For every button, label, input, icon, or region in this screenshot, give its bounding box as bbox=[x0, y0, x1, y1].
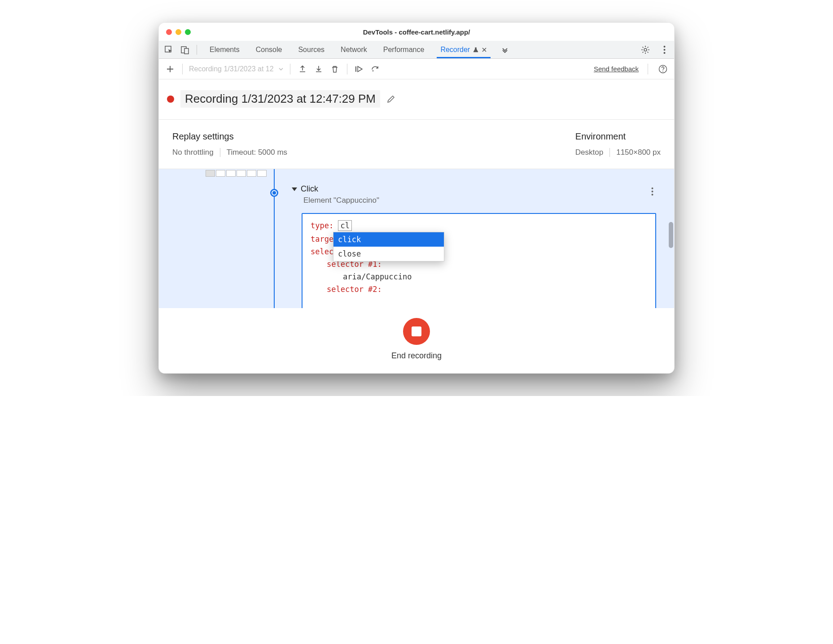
svg-point-10 bbox=[662, 70, 663, 71]
inspect-icon[interactable] bbox=[162, 44, 175, 56]
thumbnail[interactable] bbox=[257, 170, 267, 177]
titlebar: DevTools - coffee-cart.netlify.app/ bbox=[159, 23, 674, 41]
svg-point-13 bbox=[652, 194, 653, 196]
flask-icon bbox=[473, 47, 479, 53]
replay-settings-heading: Replay settings bbox=[172, 131, 287, 142]
type-autocomplete-dropdown: click close bbox=[333, 232, 444, 261]
add-recording-icon[interactable] bbox=[164, 63, 176, 75]
separator bbox=[648, 64, 648, 74]
end-recording-area: End recording bbox=[159, 308, 674, 373]
tab-network[interactable]: Network bbox=[339, 42, 369, 57]
type-key: type bbox=[311, 221, 329, 230]
end-recording-button[interactable] bbox=[403, 318, 430, 345]
tab-recorder-label: Recorder bbox=[440, 46, 470, 54]
panel-tabs: Elements Console Sources Network Perform… bbox=[208, 42, 489, 57]
step-node[interactable] bbox=[270, 189, 278, 197]
expand-caret-icon bbox=[292, 187, 297, 191]
end-recording-label: End recording bbox=[391, 351, 442, 361]
recorder-toolbar: Recording 1/31/2023 at 12 Send feedback bbox=[159, 59, 674, 79]
settings-gear-icon[interactable] bbox=[639, 44, 652, 56]
tab-console[interactable]: Console bbox=[254, 42, 284, 57]
step-area: Click Element "Cappuccino" type: cl targ… bbox=[159, 169, 674, 308]
minimize-window-button[interactable] bbox=[175, 29, 181, 35]
delete-icon[interactable] bbox=[329, 63, 341, 75]
svg-point-6 bbox=[663, 52, 665, 54]
close-tab-icon[interactable] bbox=[482, 47, 487, 52]
recording-selector[interactable]: Recording 1/31/2023 at 12 bbox=[189, 65, 284, 73]
step-subtitle: Element "Cappuccino" bbox=[303, 196, 379, 205]
selector-1-value[interactable]: aria/Cappuccino bbox=[343, 272, 647, 281]
timeout-value[interactable]: Timeout: 5000 ms bbox=[227, 148, 287, 157]
svg-rect-7 bbox=[355, 66, 356, 72]
svg-rect-2 bbox=[184, 48, 189, 54]
scrollbar-thumb[interactable] bbox=[669, 222, 673, 248]
kebab-menu-icon[interactable] bbox=[658, 44, 671, 56]
screenshot-thumbnails bbox=[206, 170, 267, 177]
dropdown-option-click[interactable]: click bbox=[333, 232, 444, 247]
recording-selector-label: Recording 1/31/2023 at 12 bbox=[189, 65, 274, 73]
separator bbox=[347, 64, 347, 74]
separator bbox=[220, 148, 220, 157]
replay-settings: Replay settings No throttling Timeout: 5… bbox=[172, 131, 287, 157]
device-value[interactable]: Desktop bbox=[575, 148, 603, 157]
thumbnail[interactable] bbox=[216, 170, 225, 177]
separator bbox=[182, 64, 183, 74]
main-tabbar: Elements Console Sources Network Perform… bbox=[159, 41, 674, 59]
tab-sources[interactable]: Sources bbox=[296, 42, 326, 57]
type-input[interactable]: cl bbox=[338, 220, 351, 231]
window-controls bbox=[166, 29, 191, 35]
device-toggle-icon[interactable] bbox=[179, 44, 191, 56]
help-icon[interactable] bbox=[657, 63, 669, 75]
import-icon[interactable] bbox=[313, 63, 324, 75]
separator bbox=[290, 64, 290, 74]
recording-title[interactable]: Recording 1/31/2023 at 12:47:29 PM bbox=[180, 90, 380, 108]
separator bbox=[609, 148, 610, 157]
environment-settings: Environment Desktop 1150×800 px bbox=[575, 131, 661, 157]
play-step-icon[interactable] bbox=[354, 63, 365, 75]
tab-elements[interactable]: Elements bbox=[208, 42, 241, 57]
throttling-value[interactable]: No throttling bbox=[172, 148, 214, 157]
thumbnail[interactable] bbox=[247, 170, 256, 177]
replay-icon[interactable] bbox=[370, 63, 381, 75]
selector-2-partial: selector #2: bbox=[327, 285, 647, 294]
dropdown-option-close[interactable]: close bbox=[333, 247, 444, 261]
tab-recorder[interactable]: Recorder bbox=[438, 42, 489, 57]
settings-row: Replay settings No throttling Timeout: 5… bbox=[159, 120, 674, 169]
chevron-down-icon bbox=[278, 66, 284, 72]
thumbnail[interactable] bbox=[226, 170, 236, 177]
step-more-icon[interactable] bbox=[651, 187, 653, 196]
export-icon[interactable] bbox=[297, 63, 308, 75]
recording-title-row: Recording 1/31/2023 at 12:47:29 PM bbox=[159, 79, 674, 120]
recording-indicator-icon bbox=[167, 96, 174, 103]
svg-point-11 bbox=[652, 187, 653, 189]
svg-point-8 bbox=[372, 70, 373, 71]
step-title: Click bbox=[301, 184, 318, 194]
svg-point-3 bbox=[644, 48, 647, 51]
more-tabs-icon[interactable] bbox=[499, 44, 511, 56]
svg-point-4 bbox=[663, 46, 665, 48]
separator bbox=[197, 45, 197, 55]
send-feedback-link[interactable]: Send feedback bbox=[594, 65, 639, 73]
step-detail-panel: type: cl target select selector #1: aria… bbox=[302, 213, 656, 308]
thumbnail[interactable] bbox=[206, 170, 215, 177]
viewport-value[interactable]: 1150×800 px bbox=[616, 148, 661, 157]
environment-heading: Environment bbox=[575, 131, 661, 142]
stop-icon bbox=[412, 326, 421, 336]
window-title: DevTools - coffee-cart.netlify.app/ bbox=[166, 28, 667, 36]
svg-rect-0 bbox=[165, 46, 171, 52]
step-header[interactable]: Click bbox=[292, 184, 318, 194]
svg-point-5 bbox=[663, 49, 665, 51]
tab-performance[interactable]: Performance bbox=[381, 42, 426, 57]
thumbnail[interactable] bbox=[237, 170, 246, 177]
close-window-button[interactable] bbox=[166, 29, 172, 35]
maximize-window-button[interactable] bbox=[185, 29, 191, 35]
devtools-window: DevTools - coffee-cart.netlify.app/ Elem… bbox=[158, 22, 675, 374]
svg-point-12 bbox=[652, 191, 653, 192]
edit-title-icon[interactable] bbox=[386, 95, 395, 104]
